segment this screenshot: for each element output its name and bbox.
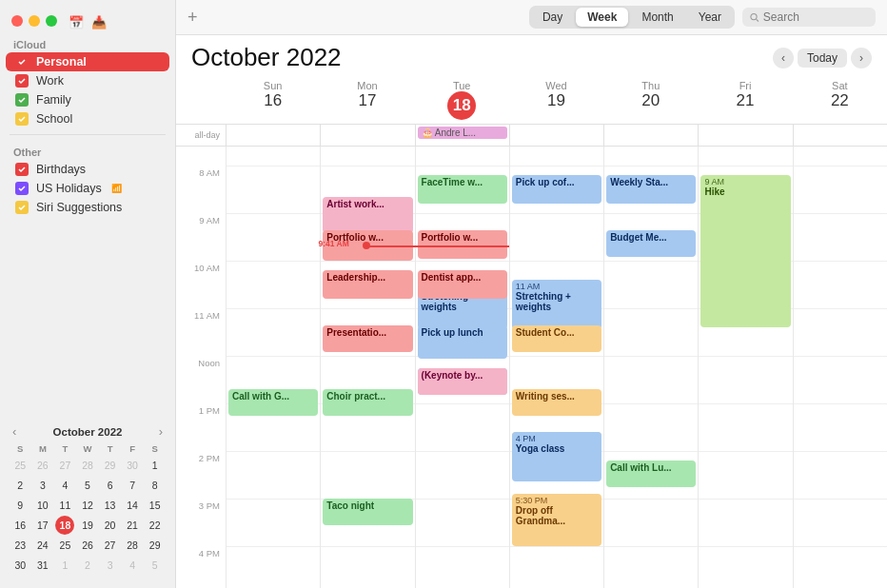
cal-today-button[interactable]: Today (798, 49, 847, 68)
mini-cal-day[interactable]: 3 (101, 556, 120, 575)
mini-cal-day[interactable]: 29 (101, 456, 120, 475)
mini-cal-day[interactable]: 2 (10, 476, 30, 495)
calendar-event[interactable]: Choir pract... (323, 389, 412, 416)
calendar-event[interactable]: 9 AMHike (700, 175, 790, 327)
mini-cal-day[interactable]: 8 (146, 476, 165, 495)
hour-line (227, 308, 320, 309)
mini-cal-day[interactable]: 2 (78, 556, 97, 575)
mini-cal-day[interactable]: 16 (10, 516, 30, 535)
mini-cal-day[interactable]: 3 (33, 476, 52, 495)
tab-month[interactable]: Month (630, 8, 684, 27)
mini-cal-day[interactable]: 9 (10, 496, 30, 515)
sidebar-item-birthdays[interactable]: Birthdays (6, 160, 169, 179)
day-col-thu: Weekly Sta...Budget Me...Call with Lu... (603, 147, 698, 588)
calendar-event[interactable]: Weekly Sta... (606, 175, 696, 204)
mini-cal-day[interactable]: 4 (123, 556, 142, 575)
mini-cal-day[interactable]: 27 (101, 536, 120, 555)
hour-line (227, 261, 320, 262)
mini-cal-day[interactable]: 24 (33, 536, 52, 555)
mini-cal-day[interactable]: 25 (10, 456, 30, 475)
calendar-event[interactable]: Writing ses... (512, 389, 601, 416)
cal-next-button[interactable]: › (851, 48, 872, 69)
mini-cal-day[interactable]: 11 (55, 496, 74, 515)
mini-cal-day[interactable]: 4 (55, 476, 74, 495)
calendar-event[interactable]: (Keynote by... (418, 368, 507, 395)
mini-cal-day[interactable]: 28 (78, 456, 97, 475)
mini-cal-day[interactable]: 27 (55, 456, 74, 475)
mini-cal-day[interactable]: 18 (55, 516, 74, 535)
calendar-event[interactable]: Student Co... (512, 325, 601, 352)
mini-cal-day[interactable]: 30 (123, 456, 142, 475)
tab-year[interactable]: Year (687, 8, 733, 27)
sidebar-divider (10, 134, 166, 135)
mini-cal-day[interactable]: 30 (10, 556, 30, 575)
mini-cal-day[interactable]: 31 (33, 556, 52, 575)
close-button[interactable] (11, 15, 23, 27)
mini-cal-day[interactable]: 15 (146, 496, 165, 515)
calendar-event[interactable]: Call with G... (228, 389, 318, 416)
mini-cal-day[interactable]: 7 (123, 476, 142, 495)
calendar-event[interactable]: Pick up cof... (512, 175, 601, 204)
calendar-event[interactable]: Call with Lu... (606, 461, 696, 487)
sidebar-item-personal[interactable]: Personal (6, 52, 169, 71)
mini-cal-day[interactable]: 1 (55, 556, 74, 575)
mini-cal-prev[interactable]: ‹ (10, 424, 19, 439)
hour-line (604, 403, 698, 404)
mini-cal-day[interactable]: 20 (101, 516, 120, 535)
mini-cal-day[interactable]: 14 (123, 496, 142, 515)
mini-cal-day[interactable]: 6 (101, 476, 120, 495)
tab-week[interactable]: Week (576, 8, 628, 27)
time-label: 3 PM (176, 499, 226, 546)
siri-checkbox (15, 201, 29, 214)
calendar-event[interactable]: Dentist app... (418, 270, 507, 299)
tab-day[interactable]: Day (531, 8, 574, 27)
mini-cal-day[interactable]: 12 (78, 496, 97, 515)
search-input[interactable] (763, 10, 868, 24)
add-event-button[interactable]: + (187, 8, 198, 28)
calendar-event[interactable]: Artist work... (323, 197, 412, 233)
mini-cal-day[interactable]: 5 (78, 476, 97, 495)
mini-cal-day[interactable]: 1 (146, 456, 165, 475)
mini-cal-day[interactable]: 26 (78, 536, 97, 555)
sidebar-item-school[interactable]: School (6, 109, 169, 128)
mini-cal-day[interactable]: 21 (123, 516, 142, 535)
calendar-event[interactable]: Taco night (323, 499, 412, 525)
all-day-event-andre[interactable]: 🎂 Andre L... (418, 127, 507, 139)
calendar-event[interactable]: Leadership... (323, 270, 412, 299)
sidebar-item-us-holidays[interactable]: US Holidays 📶 (6, 179, 169, 198)
calendar-event[interactable]: Budget Me... (606, 230, 696, 257)
time-header-spacer (176, 76, 226, 124)
hour-line (699, 356, 792, 357)
calendar-event[interactable]: Pick up lunch (418, 325, 507, 359)
minimize-button[interactable] (29, 15, 40, 27)
mini-cal-day[interactable]: 10 (33, 496, 52, 515)
calendar-event[interactable]: 11 AMStretching + weights (512, 280, 601, 329)
calendar-event[interactable]: FaceTime w... (418, 175, 507, 204)
sidebar-item-siri[interactable]: Siri Suggestions (6, 198, 169, 217)
search-bar[interactable] (742, 8, 876, 27)
mini-cal-next[interactable]: › (156, 424, 166, 439)
other-label: Other (0, 141, 175, 160)
mini-cal-header: ‹ October 2022 › (10, 424, 166, 439)
maximize-button[interactable] (46, 15, 57, 27)
mini-cal-day[interactable]: 28 (123, 536, 142, 555)
calendar-event[interactable]: Presentatio... (323, 325, 412, 352)
mini-cal-day[interactable]: 5 (146, 556, 165, 575)
mini-cal-day[interactable]: 17 (33, 516, 52, 535)
calendar-event[interactable]: Portfolio w... (418, 230, 507, 259)
sidebar-item-family[interactable]: Family (6, 90, 169, 109)
birthdays-checkbox (15, 163, 29, 176)
mini-cal-day[interactable]: 29 (146, 536, 165, 555)
mini-cal-dow: T (54, 442, 76, 455)
mini-cal-day[interactable]: 26 (33, 456, 52, 475)
mini-cal-day[interactable]: 19 (78, 516, 97, 535)
calendar-event[interactable]: 5:30 PMDrop off Grandma... (512, 494, 601, 546)
mini-cal-day[interactable]: 25 (55, 536, 74, 555)
mini-cal-day[interactable]: 22 (146, 516, 165, 535)
sidebar-item-work[interactable]: Work (6, 71, 169, 90)
mini-cal-day[interactable]: 23 (10, 536, 30, 555)
calendar-event[interactable]: 4 PMYoga class (512, 432, 601, 481)
mini-cal-day[interactable]: 13 (101, 496, 120, 515)
family-checkbox (15, 93, 29, 107)
cal-prev-button[interactable]: ‹ (773, 48, 794, 69)
